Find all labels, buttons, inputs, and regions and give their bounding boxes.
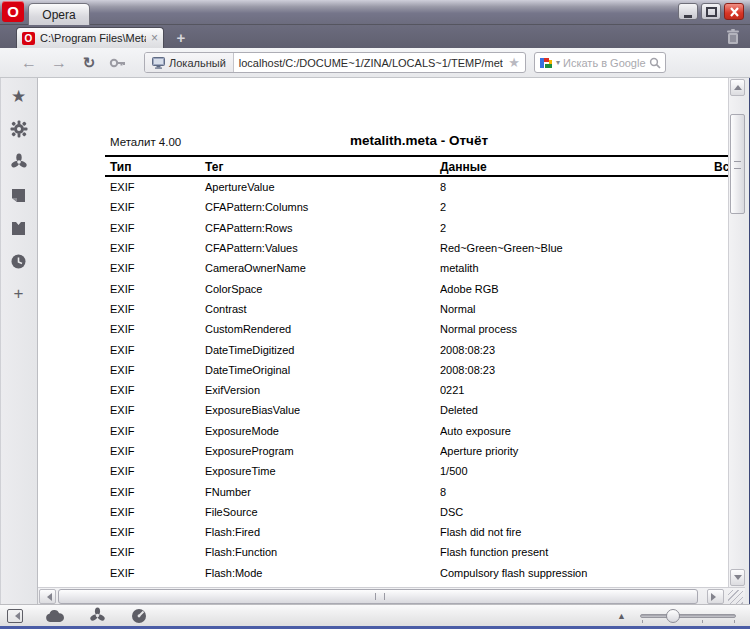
maximize-button[interactable] <box>701 3 721 20</box>
cell-type: EXIF <box>110 242 205 254</box>
search-engine-dropdown-icon[interactable]: ▾ <box>556 58 560 67</box>
table-row: EXIF CFAPattern:Values Red~Green~Green~B… <box>38 238 728 258</box>
cell-type: EXIF <box>110 404 205 416</box>
cell-value: Normal process <box>440 323 728 335</box>
history-clock-icon[interactable] <box>9 251 29 271</box>
minimize-icon <box>679 4 699 21</box>
chevron-left-icon <box>43 593 52 601</box>
report-table-body: EXIF ApertureValue 8 EXIF CFAPattern:Col… <box>38 177 728 587</box>
table-row: EXIF DateTimeDigitized 2008:08:23 <box>38 339 728 359</box>
settings-gear-icon[interactable] <box>9 119 29 139</box>
navigation-bar: ← → ↻ Локальный localhost/C:/DOCUME~1/ZI… <box>0 48 750 78</box>
zoom-tick <box>642 620 643 623</box>
url-text[interactable]: localhost/C:/DOCUME~1/ZINA/LOCALS~1/TEMP… <box>234 57 504 69</box>
cell-tag: ExposureMode <box>205 425 440 437</box>
panel-toggle-button[interactable] <box>7 609 23 623</box>
google-icon <box>539 56 553 70</box>
opera-turbo-gauge-icon[interactable] <box>129 607 149 625</box>
table-row: EXIF FileSource DSC <box>38 502 728 522</box>
opera-unite-fan-icon[interactable] <box>87 607 107 625</box>
wand-key-icon[interactable] <box>104 55 134 71</box>
resize-grip[interactable] <box>728 590 743 604</box>
cell-tag: Contrast <box>205 303 440 315</box>
table-row: EXIF ExposureTime 1/500 <box>38 461 728 481</box>
scroll-down-button[interactable] <box>730 569 745 586</box>
cell-tag: FileSource <box>205 506 440 518</box>
close-button[interactable] <box>724 3 744 20</box>
table-row: EXIF ApertureValue 8 <box>38 177 728 197</box>
table-row: EXIF DateTimeOriginal 2008:08:23 <box>38 360 728 380</box>
table-row: EXIF ExifVersion 0221 <box>38 380 728 400</box>
cell-tag: ExposureBiasValue <box>205 404 440 416</box>
zoom-tick <box>702 620 703 623</box>
new-tab-button[interactable]: + <box>172 30 190 46</box>
cell-tag: ApertureValue <box>205 181 440 193</box>
status-bar: ▲ <box>0 604 750 626</box>
bookmarks-star-icon[interactable]: ★ <box>9 86 29 106</box>
cell-value: DSC <box>440 506 728 518</box>
search-input[interactable]: Искать в Google <box>563 57 646 69</box>
scroll-right-button[interactable] <box>707 589 724 604</box>
zoom-slider[interactable] <box>640 609 736 623</box>
address-bar[interactable]: Локальный localhost/C:/DOCUME~1/ZINA/LOC… <box>144 52 526 73</box>
unite-fan-icon[interactable] <box>9 152 29 172</box>
panel-toggle-arrow-icon <box>11 612 20 620</box>
cell-value: Flash function present <box>440 546 728 558</box>
horizontal-scroll-thumb[interactable] <box>58 589 698 604</box>
cell-value: Red~Green~Green~Blue <box>440 242 728 254</box>
cell-type: EXIF <box>110 283 205 295</box>
cell-type: EXIF <box>110 303 205 315</box>
cell-type: EXIF <box>110 384 205 396</box>
cell-type: EXIF <box>110 546 205 558</box>
tab-close-icon[interactable]: × <box>151 32 158 45</box>
table-row: EXIF ColorSpace Adobe RGB <box>38 278 728 298</box>
scroll-left-button[interactable] <box>39 589 56 604</box>
tab-bar: O C:\Program Files\Metalit... × + <box>0 25 750 48</box>
tab-active[interactable]: O C:\Program Files\Metalit... × <box>16 27 164 48</box>
table-row: EXIF ExposureBiasValue Deleted <box>38 400 728 420</box>
back-button[interactable]: ← <box>14 54 44 72</box>
report-header: Металит 4.00 metalith.meta - Отчёт <box>110 133 728 151</box>
zoom-slider-track[interactable] <box>640 614 736 618</box>
zoom-controls: ▲ <box>617 609 736 623</box>
scroll-up-button[interactable] <box>730 79 745 96</box>
window-controls <box>678 3 744 20</box>
downloads-icon[interactable] <box>9 218 29 238</box>
zoom-menu-button[interactable]: ▲ <box>617 611 626 621</box>
opera-link-cloud-icon[interactable] <box>45 607 65 625</box>
cell-tag: ExposureTime <box>205 465 440 477</box>
cell-type: EXIF <box>110 425 205 437</box>
minimize-button[interactable] <box>678 3 698 20</box>
notes-icon[interactable] <box>9 185 29 205</box>
cell-tag: Flash:Fired <box>205 526 440 538</box>
vertical-scrollbar[interactable] <box>728 78 745 587</box>
magnifier-icon[interactable] <box>649 57 661 69</box>
cell-tag: CameraOwnerName <box>205 262 440 274</box>
cell-value: 8 <box>440 486 728 498</box>
trash-icon[interactable] <box>724 29 742 45</box>
zoom-slider-handle[interactable] <box>666 609 680 623</box>
bookmark-star-icon[interactable]: ★ <box>503 55 525 70</box>
cell-tag: ExposureProgram <box>205 445 440 457</box>
vertical-scroll-thumb[interactable] <box>730 114 745 214</box>
cell-value: Normal <box>440 303 728 315</box>
add-panel-plus-icon[interactable]: + <box>9 284 29 304</box>
reload-button[interactable]: ↻ <box>74 54 104 72</box>
cell-value: 2008:08:23 <box>440 364 728 376</box>
local-mode-button[interactable]: Локальный <box>145 53 234 72</box>
cell-value: 0221 <box>440 384 728 396</box>
cell-value: 2 <box>440 201 728 213</box>
panel-sidebar: ★ + <box>0 78 38 604</box>
opera-menu-button[interactable]: Opera <box>28 3 90 25</box>
cell-tag: DateTimeDigitized <box>205 344 440 356</box>
column-header-tag: Тег <box>205 160 223 174</box>
horizontal-scrollbar[interactable] <box>38 587 745 604</box>
cell-tag: Flash:Mode <box>205 567 440 579</box>
search-field[interactable]: ▾ Искать в Google <box>534 52 666 73</box>
zoom-tick <box>734 620 735 623</box>
cell-value: 2008:08:23 <box>440 344 728 356</box>
forward-button[interactable]: → <box>44 54 74 72</box>
cell-value: Aperture priority <box>440 445 728 457</box>
cell-type: EXIF <box>110 344 205 356</box>
table-row: EXIF Flash:Function Flash function prese… <box>38 542 728 562</box>
